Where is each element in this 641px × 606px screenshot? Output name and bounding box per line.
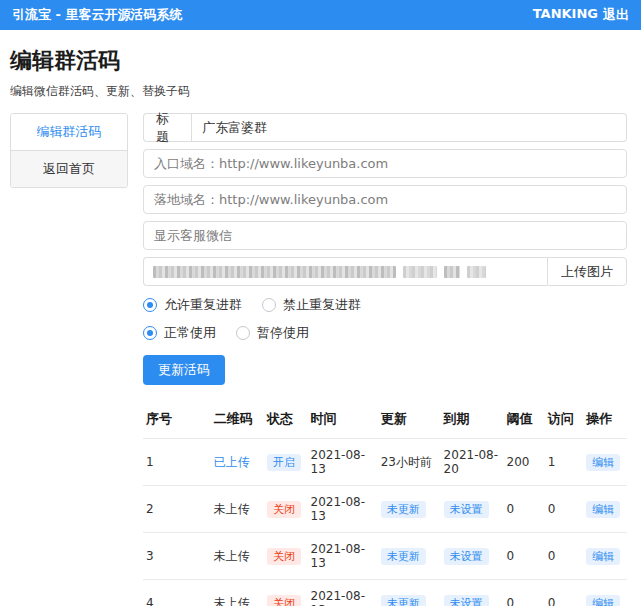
update-badge: 未更新 (381, 501, 426, 518)
cell-expire: 2021-08-20 (441, 439, 504, 486)
repeat-join-radio-group: 允许重复进群 禁止重复进群 (143, 296, 627, 314)
cell-update: 23小时前 (378, 439, 441, 486)
cell-visit: 0 (545, 486, 584, 533)
radio-dot-icon (236, 326, 250, 340)
redacted-text (467, 266, 486, 278)
cell-action: 编辑 (583, 533, 627, 580)
radio-label: 正常使用 (164, 324, 216, 342)
title-field-group: 标题 (143, 113, 627, 142)
cell-visit: 0 (545, 533, 584, 580)
update-badge: 未更新 (381, 595, 426, 606)
table-row: 3未上传关闭2021-08-13未更新未设置00编辑 (143, 533, 627, 580)
entry-domain-input[interactable] (143, 149, 627, 178)
radio-dot-icon (143, 298, 157, 312)
main-content: 标题 上传图片 (143, 113, 627, 606)
radio-pause-use[interactable]: 暂停使用 (236, 324, 309, 342)
status-badge: 开启 (267, 454, 301, 471)
topbar-user-area: TANKING 退出 (533, 6, 629, 24)
cell-qr: 未上传 (211, 533, 264, 580)
cell-threshold: 0 (504, 580, 545, 606)
cell-no: 1 (143, 439, 211, 486)
radio-dot-icon (143, 326, 157, 340)
column-header: 访问 (545, 400, 584, 439)
sidebar-item[interactable]: 返回首页 (11, 151, 127, 187)
update-code-button[interactable]: 更新活码 (143, 355, 225, 385)
table-body: 1已上传开启2021-08-1323小时前2021-08-202001编辑2未上… (143, 439, 627, 606)
cell-status: 关闭 (264, 533, 308, 580)
table-row: 2未上传关闭2021-08-13未更新未设置00编辑 (143, 486, 627, 533)
qr-text: 未上传 (214, 549, 250, 563)
status-badge: 关闭 (267, 501, 301, 518)
expire-badge: 未设置 (444, 548, 489, 565)
table-row: 4未上传关闭2021-08-13未更新未设置00编辑 (143, 580, 627, 606)
radio-label: 允许重复进群 (164, 296, 242, 314)
cell-action: 编辑 (583, 486, 627, 533)
image-path-field[interactable] (143, 257, 547, 286)
update-text: 23小时前 (381, 455, 432, 469)
cell-time: 2021-08-13 (308, 439, 378, 486)
expire-text: 2021-08-20 (444, 448, 498, 476)
username: TANKING (533, 6, 598, 24)
column-header: 序号 (143, 400, 211, 439)
status-badge: 关闭 (267, 595, 301, 606)
qr-text: 未上传 (214, 502, 250, 516)
cell-action: 编辑 (583, 439, 627, 486)
table-header-row: 序号二维码状态时间更新到期阈值访问操作 (143, 400, 627, 439)
title-input[interactable] (192, 113, 627, 142)
usage-status-radio-group: 正常使用 暂停使用 (143, 324, 627, 342)
redacted-text (403, 266, 438, 278)
service-wechat-input[interactable] (143, 221, 627, 250)
image-path-group: 上传图片 (143, 257, 627, 286)
cell-update: 未更新 (378, 580, 441, 606)
cell-time: 2021-08-13 (308, 486, 378, 533)
edit-button[interactable]: 编辑 (586, 595, 620, 606)
expire-badge: 未设置 (444, 501, 489, 518)
radio-label: 禁止重复进群 (283, 296, 361, 314)
app-title: 引流宝 - 里客云开源活码系统 (12, 6, 182, 24)
column-header: 更新 (378, 400, 441, 439)
radio-label: 暂停使用 (257, 324, 309, 342)
column-header: 状态 (264, 400, 308, 439)
table-row: 1已上传开启2021-08-1323小时前2021-08-202001编辑 (143, 439, 627, 486)
page-subtitle: 编辑微信群活码、更新、替换子码 (10, 83, 627, 100)
radio-allow-repeat[interactable]: 允许重复进群 (143, 296, 242, 314)
cell-status: 开启 (264, 439, 308, 486)
update-badge: 未更新 (381, 548, 426, 565)
title-label: 标题 (143, 113, 191, 142)
qr-text: 已上传 (214, 455, 250, 469)
cell-no: 2 (143, 486, 211, 533)
qr-text: 未上传 (214, 596, 250, 606)
edit-button[interactable]: 编辑 (586, 548, 620, 565)
edit-button[interactable]: 编辑 (586, 454, 620, 471)
column-header: 时间 (308, 400, 378, 439)
cell-visit: 1 (545, 439, 584, 486)
page-title: 编辑群活码 (10, 46, 627, 76)
subcode-table: 序号二维码状态时间更新到期阈值访问操作 1已上传开启2021-08-1323小时… (143, 400, 627, 606)
logout-link[interactable]: 退出 (603, 6, 629, 24)
cell-update: 未更新 (378, 486, 441, 533)
radio-forbid-repeat[interactable]: 禁止重复进群 (262, 296, 361, 314)
cell-qr: 未上传 (211, 580, 264, 606)
cell-update: 未更新 (378, 533, 441, 580)
cell-expire: 未设置 (441, 486, 504, 533)
landing-domain-input[interactable] (143, 185, 627, 214)
cell-qr: 未上传 (211, 486, 264, 533)
sidebar: 编辑群活码返回首页 (10, 113, 128, 188)
radio-normal-use[interactable]: 正常使用 (143, 324, 216, 342)
upload-image-button[interactable]: 上传图片 (547, 257, 627, 286)
radio-dot-icon (262, 298, 276, 312)
cell-visit: 0 (545, 580, 584, 606)
redacted-text (444, 266, 459, 278)
redacted-text (153, 266, 396, 278)
cell-expire: 未设置 (441, 580, 504, 606)
cell-time: 2021-08-13 (308, 533, 378, 580)
topbar: 引流宝 - 里客云开源活码系统 TANKING 退出 (0, 0, 641, 30)
cell-qr: 已上传 (211, 439, 264, 486)
page-container: 编辑群活码 编辑微信群活码、更新、替换子码 编辑群活码返回首页 标题 (0, 30, 641, 606)
sidebar-item[interactable]: 编辑群活码 (11, 114, 127, 151)
cell-threshold: 0 (504, 533, 545, 580)
cell-status: 关闭 (264, 486, 308, 533)
edit-button[interactable]: 编辑 (586, 501, 620, 518)
subcode-table-wrap: 序号二维码状态时间更新到期阈值访问操作 1已上传开启2021-08-1323小时… (143, 400, 627, 606)
cell-threshold: 200 (504, 439, 545, 486)
